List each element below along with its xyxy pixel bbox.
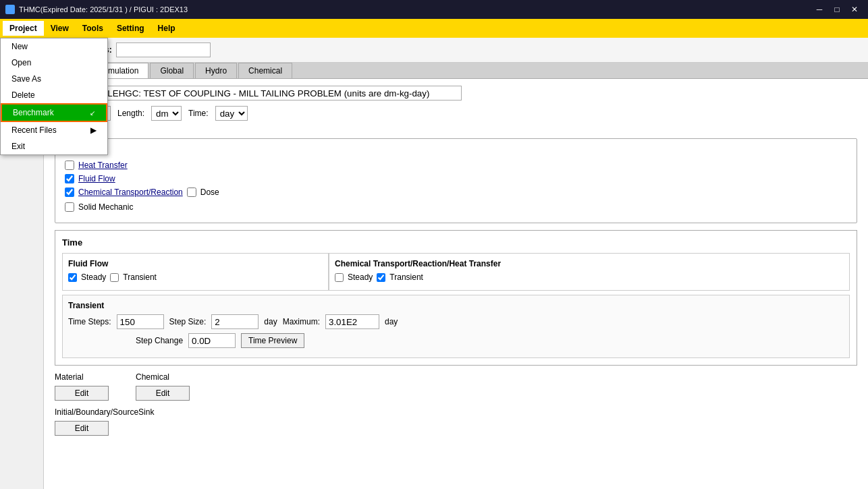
module-heat-transfer: Heat Transfer <box>65 161 847 170</box>
length-select[interactable]: dm <box>151 106 182 121</box>
time-select[interactable]: day <box>215 106 248 121</box>
module-chemical-transport: Chemical Transport/Reaction Dose <box>65 188 847 197</box>
menu-item-delete[interactable]: Delete <box>1 87 107 103</box>
transient-row-2: Step Change Time Preview <box>68 333 844 348</box>
module-group: Module Heat Transfer Fluid Flow Chemical… <box>55 138 857 223</box>
title-text: THMC(Expired Date: 2025/1/31 ) / PIGUI :… <box>19 5 188 13</box>
menu-item-new[interactable]: New <box>1 38 107 55</box>
toolbar: ▶ Status: <box>44 38 868 63</box>
heat-transfer-label[interactable]: Heat Transfer <box>78 161 128 170</box>
transient-title: Transient <box>68 301 844 310</box>
fluid-flow-checkbox[interactable] <box>65 174 74 183</box>
chem-transport-steady-checkbox[interactable] <box>335 273 344 282</box>
tab-hydro[interactable]: Hydro <box>195 63 237 78</box>
menu-setting[interactable]: Setting <box>110 21 151 36</box>
fluid-flow-transient-checkbox[interactable] <box>110 273 119 282</box>
chem-transport-time-col: Chemical Transport/Reaction/Heat Transfe… <box>329 253 850 291</box>
chemical-title: Chemical <box>136 372 190 382</box>
step-change-label: Step Change <box>136 336 183 345</box>
step-change-input[interactable] <box>188 333 236 348</box>
description-input[interactable] <box>104 86 462 100</box>
chem-transport-col-title: Chemical Transport/Reaction/Heat Transfe… <box>335 259 844 268</box>
model-label: Model:HGC4.3 <box>55 126 857 136</box>
fluid-flow-label[interactable]: Fluid Flow <box>78 174 115 183</box>
chemical-transport-checkbox[interactable] <box>65 188 74 197</box>
menu-item-benchmark[interactable]: Benchmark ↙ <box>1 103 107 122</box>
menu-help[interactable]: Help <box>151 21 182 36</box>
time-section: Time Fluid Flow Steady Transient <box>55 230 857 366</box>
chemical-edit-button[interactable]: Edit <box>136 386 190 401</box>
main-layout: 3D 👁 ▶ Status: Wizard Simulation Global … <box>0 38 868 489</box>
menu-bar: Project View Tools Setting Help New Open… <box>0 19 868 38</box>
time-label: Time: <box>188 109 209 118</box>
transient-row-1: Time Steps: Step Size: day Maximum: day <box>68 314 844 329</box>
chemical-transport-label[interactable]: Chemical Transport/Reaction <box>78 188 183 197</box>
maximum-unit: day <box>385 317 398 326</box>
menu-view[interactable]: View <box>44 21 76 36</box>
title-bar: THMC(Expired Date: 2025/1/31 ) / PIGUI :… <box>0 0 868 19</box>
dose-label[interactable]: Dose <box>200 188 219 197</box>
menu-item-recent-files[interactable]: Recent Files ▶ <box>1 122 107 138</box>
app-icon <box>5 5 15 14</box>
dose-checkbox[interactable] <box>187 188 196 197</box>
close-button[interactable]: ✕ <box>846 3 863 16</box>
material-group: Material Edit <box>55 372 109 401</box>
fluid-flow-steady-row: Steady Transient <box>68 272 323 282</box>
module-title: Module <box>65 146 847 155</box>
time-steps-input[interactable] <box>117 314 164 329</box>
time-preview-button[interactable]: Time Preview <box>241 333 304 348</box>
menu-tools[interactable]: Tools <box>76 21 110 36</box>
content-area: ▶ Status: Wizard Simulation Global Hydro… <box>44 38 868 489</box>
units-row: Mass: kg Length: dm Time: day <box>55 106 857 121</box>
status-input[interactable] <box>116 42 211 57</box>
minimize-button[interactable]: ─ <box>811 3 828 16</box>
time-columns: Fluid Flow Steady Transient Chemical Tra… <box>62 253 850 291</box>
menu-project[interactable]: Project <box>3 21 44 36</box>
step-size-label: Step Size: <box>169 317 207 326</box>
solid-mechanic-label[interactable]: Solid Mechanic <box>78 202 133 212</box>
chem-transport-steady-row: Steady Transient <box>335 272 844 282</box>
description-row: Description: <box>55 86 857 100</box>
chemical-group: Chemical Edit <box>136 372 190 401</box>
window-controls: ─ □ ✕ <box>811 3 863 16</box>
solid-mechanic-checkbox[interactable] <box>65 202 74 212</box>
material-edit-button[interactable]: Edit <box>55 386 109 401</box>
module-solid-mechanic: Solid Mechanic <box>65 202 847 212</box>
fluid-flow-time-col: Fluid Flow Steady Transient <box>62 253 329 291</box>
menu-item-open[interactable]: Open <box>1 55 107 71</box>
tab-chemical[interactable]: Chemical <box>238 63 292 78</box>
fluid-flow-transient-label[interactable]: Transient <box>123 272 157 282</box>
module-fluid-flow: Fluid Flow <box>65 174 847 183</box>
maximum-label: Maximum: <box>283 317 320 326</box>
chem-transport-transient-label[interactable]: Transient <box>389 272 423 282</box>
fluid-flow-steady-label[interactable]: Steady <box>81 272 106 282</box>
material-chemical-section: Material Edit Chemical Edit <box>55 372 857 401</box>
length-label: Length: <box>117 109 144 118</box>
time-section-title: Time <box>62 237 850 248</box>
project-dropdown: New Open Save As Delete Benchmark ↙ Rece… <box>0 38 108 155</box>
chem-transport-transient-checkbox[interactable] <box>377 273 385 282</box>
tabs: Wizard Simulation Global Hydro Chemical <box>44 63 868 79</box>
step-size-unit: day <box>264 317 277 326</box>
time-steps-label: Time Steps: <box>68 317 111 326</box>
fluid-flow-col-title: Fluid Flow <box>68 259 323 268</box>
maximum-input[interactable] <box>325 314 379 329</box>
simulation-panel: Description: Mass: kg Length: dm Time: d… <box>44 79 868 489</box>
tab-global[interactable]: Global <box>150 63 194 78</box>
initial-boundary-edit-button[interactable]: Edit <box>55 421 109 436</box>
menu-item-save-as[interactable]: Save As <box>1 71 107 87</box>
fluid-flow-steady-checkbox[interactable] <box>68 273 77 282</box>
step-size-input[interactable] <box>211 314 259 329</box>
chem-transport-steady-label[interactable]: Steady <box>348 272 373 282</box>
heat-transfer-checkbox[interactable] <box>65 161 74 170</box>
maximize-button[interactable]: □ <box>829 3 845 16</box>
menu-item-exit[interactable]: Exit <box>1 138 107 154</box>
initial-boundary-title: Initial/Boundary/SourceSink <box>55 407 857 417</box>
material-title: Material <box>55 372 109 382</box>
transient-section: Transient Time Steps: Step Size: day Max… <box>62 295 850 358</box>
initial-boundary-group: Initial/Boundary/SourceSink Edit <box>55 407 857 436</box>
